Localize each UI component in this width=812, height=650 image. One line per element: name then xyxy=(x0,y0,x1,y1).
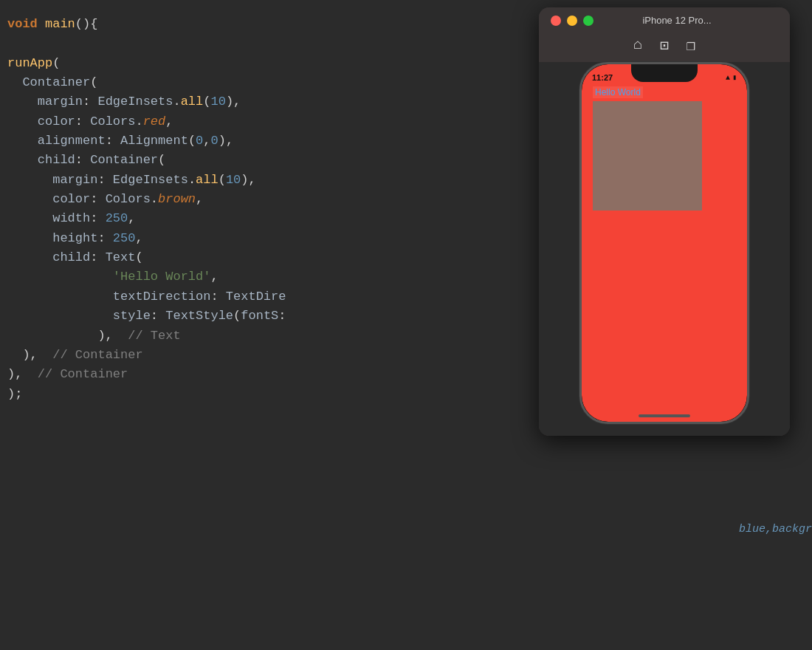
traffic-light-fullscreen[interactable] xyxy=(583,16,593,26)
simulator-title: iPhone 12 Pro... xyxy=(602,15,751,26)
hello-world-label: Hello World xyxy=(593,86,643,98)
right-edge-text: blue,backgr xyxy=(739,523,812,536)
iphone-notch xyxy=(631,64,698,82)
home-icon[interactable]: ⌂ xyxy=(633,36,642,55)
simulator-window: iPhone 12 Pro... ⌂ ⊡ ❒ 11:27 ▲ ▮ Hello W… xyxy=(539,7,790,436)
iphone-screen: 11:27 ▲ ▮ Hello World xyxy=(582,64,747,422)
rotate-icon[interactable]: ❒ xyxy=(687,36,695,55)
iphone-frame: 11:27 ▲ ▮ Hello World xyxy=(579,62,749,424)
traffic-light-close[interactable] xyxy=(551,16,561,26)
simulator-toolbar: ⌂ ⊡ ❒ xyxy=(539,32,790,62)
simulator-titlebar: iPhone 12 Pro... xyxy=(539,7,790,32)
status-icons: ▲ ▮ xyxy=(726,73,737,82)
home-indicator xyxy=(639,414,690,417)
traffic-light-minimize[interactable] xyxy=(567,16,577,26)
battery-icon: ▮ xyxy=(732,73,737,82)
status-time: 11:27 xyxy=(592,73,613,82)
iphone-wrapper: 11:27 ▲ ▮ Hello World xyxy=(539,62,790,436)
wifi-icon: ▲ xyxy=(726,74,730,82)
screenshot-icon[interactable]: ⊡ xyxy=(660,36,669,55)
brown-container: Hello World xyxy=(593,101,702,211)
